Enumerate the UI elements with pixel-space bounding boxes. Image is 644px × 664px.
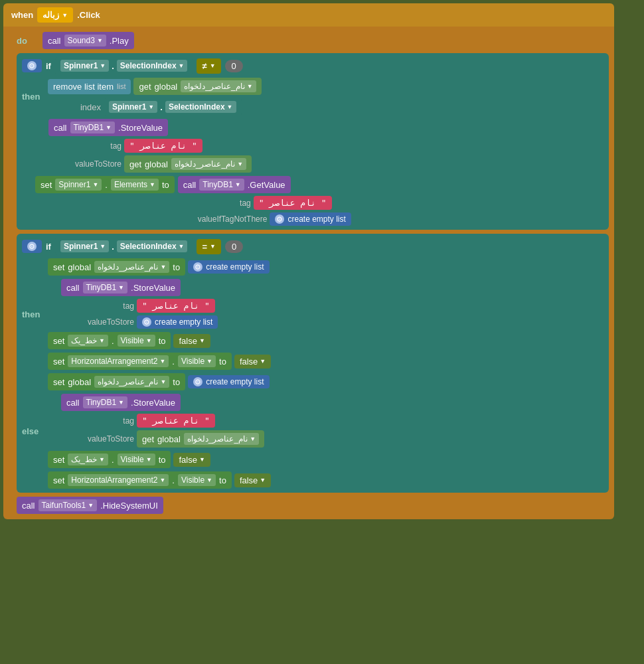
call-sound-block[interactable]: call Sound3 .Play <box>42 32 134 49</box>
gear-icon-list3: ⚙ <box>142 317 151 327</box>
else-row: else set global نام_عناصر_دلخواه to ⚙ <box>22 373 604 489</box>
varname-dd5[interactable]: نام_عناصر_دلخواه <box>184 433 259 445</box>
spinner1-dd3[interactable]: Spinner1 <box>55 179 102 191</box>
if1-label: if <box>46 61 51 71</box>
val0-block: 0 <box>225 60 243 72</box>
call-taifun-row: call TaifunTools1 .HideSystemUI <box>17 497 609 514</box>
set-elements-row: set Spinner1 . Elements to call TinyDB1 … <box>35 176 604 226</box>
if2-label: if <box>46 242 51 252</box>
gear-icon-list4: ⚙ <box>193 377 202 386</box>
val0-block2: 0 <box>225 240 243 253</box>
do-row: do call Sound3 .Play <box>17 32 609 49</box>
set-elements-block[interactable]: set Spinner1 . Elements to <box>35 176 175 193</box>
sound3-dropdown[interactable]: Sound3 <box>64 35 106 46</box>
when-label: when <box>11 10 33 20</box>
else-set-visible2[interactable]: set HorizontalArrangement2 . Visible to <box>48 471 232 489</box>
tag-str1: " نام عناصر " <box>124 139 202 153</box>
remove-row: remove list item list get global نام_عنا… <box>48 78 262 95</box>
spinner1-sel-block[interactable]: Spinner1 . SelectionIndex <box>55 57 193 74</box>
elements-dd[interactable]: Elements <box>111 179 159 191</box>
get-global2[interactable]: get global نام_عناصر_دلخواه <box>124 155 252 173</box>
call-store2[interactable]: call TinyDB1 .StoreValue <box>61 279 181 296</box>
create-list3[interactable]: ⚙ create empty list <box>137 315 218 329</box>
tag-str3: " نام عناصر " <box>137 299 215 313</box>
create-list2[interactable]: ⚙ create empty list <box>188 260 269 274</box>
index-row: index Spinner1 . SelectionIndex <box>68 98 262 116</box>
call-store2-block: call TinyDB1 .StoreValue tag " نام عناصر… <box>61 279 271 329</box>
false-block2[interactable]: false ▼ <box>234 355 271 369</box>
tinydb1-dd2[interactable]: TinyDB1 <box>199 179 244 191</box>
else-set-visible1[interactable]: set خط_یک . Visible to <box>48 451 171 468</box>
call-store1-block: call TinyDB1 .StoreValue tag " نام عناصر… <box>48 119 604 173</box>
tag-str2: " نام عناصر " <box>254 196 332 210</box>
create-list4[interactable]: ⚙ create empty list <box>188 375 269 388</box>
event-label: .Click <box>77 10 100 20</box>
call-getvalue[interactable]: call TinyDB1 .GetValue <box>178 176 291 193</box>
else-label: else <box>22 426 45 436</box>
else-store-call[interactable]: call TinyDB1 .StoreValue <box>61 394 181 411</box>
set-visible2[interactable]: set HorizontalArrangement2 . Visible to <box>48 353 232 370</box>
when-header: when زباله ▼ .Click <box>3 3 614 27</box>
then2-label: then <box>22 309 45 319</box>
else-get-global[interactable]: get global نام_عناصر_دلخواه <box>137 430 264 448</box>
varname-dd1[interactable]: نام_عناصر_دلخواه <box>181 80 256 92</box>
when-block: when زباله ▼ .Click do call Sound3 .Play <box>3 3 614 519</box>
get-value-block: call TinyDB1 .GetValue tag " نام عناصر "… <box>178 176 351 226</box>
spinner2-dd[interactable]: Spinner1 <box>60 240 109 252</box>
if1-header: ⚙ if Spinner1 . SelectionIndex ≠ ▼ 0 <box>22 57 604 74</box>
then1-body: remove list item list get global نام_عنا… <box>48 78 262 116</box>
ha2-dd1[interactable]: HorizontalArrangement2 <box>68 355 169 367</box>
spinner1-dd[interactable]: Spinner1 <box>60 60 109 72</box>
then2-row: then set global نام_عناصر_دلخواه to ⚙ <box>22 258 604 370</box>
tinydb1-dd4[interactable]: TinyDB1 <box>83 396 128 408</box>
sel-index-dd3[interactable]: SelectionIndex <box>117 240 188 252</box>
else-set-global[interactable]: set global نام_عناصر_دلخواه to <box>48 373 185 390</box>
gear-icon-list2: ⚙ <box>193 262 202 272</box>
tinydb1-dd3[interactable]: TinyDB1 <box>83 282 128 293</box>
tag-str4: " نام عناصر " <box>137 414 215 428</box>
else-store-block: call TinyDB1 .StoreValue tag " نام عناصر… <box>61 394 271 448</box>
set-global2[interactable]: set global نام_عناصر_دلخواه to <box>48 258 185 276</box>
spinner2-sel-block[interactable]: Spinner1 . SelectionIndex <box>55 238 193 255</box>
spinner1-dd2[interactable]: Spinner1 <box>109 101 157 113</box>
remove-block[interactable]: remove list item list <box>48 79 131 94</box>
call-taifun[interactable]: call TaifunTools1 .HideSystemUI <box>17 497 163 514</box>
varname-dd3[interactable]: نام_عناصر_دلخواه <box>94 261 169 273</box>
gear-icon: ⚙ <box>27 61 37 70</box>
visible-dd4[interactable]: Visible <box>178 474 216 486</box>
taifun-dd[interactable]: TaifunTools1 <box>39 499 98 511</box>
then2-body: set global نام_عناصر_دلخواه to ⚙ create … <box>48 258 271 370</box>
sel-index-dd[interactable]: SelectionIndex <box>117 60 188 72</box>
create-list1[interactable]: ⚙ create empty list <box>270 212 351 226</box>
set-visible1[interactable]: set خط_یک . Visible to <box>48 332 171 349</box>
varname-dd4[interactable]: نام_عناصر_دلخواه <box>94 376 169 388</box>
gear2[interactable]: ⚙ <box>22 240 42 253</box>
khat-dd2[interactable]: خط_یک <box>68 454 108 465</box>
do-label: do <box>17 36 40 46</box>
gear1[interactable]: ⚙ <box>22 59 42 72</box>
sel-index-dd2[interactable]: SelectionIndex <box>165 101 236 113</box>
visible-dd2[interactable]: Visible <box>178 355 216 367</box>
then1-row: then remove list item list get global نا <box>22 78 604 116</box>
ha2-dd2[interactable]: HorizontalArrangement2 <box>68 474 169 486</box>
then1-label: then <box>22 92 45 102</box>
component-block[interactable]: زباله ▼ <box>37 7 73 23</box>
false-block1[interactable]: false ▼ <box>173 334 210 348</box>
varname-dd2[interactable]: نام_عناصر_دلخواه <box>171 158 246 170</box>
visible-dd3[interactable]: Visible <box>118 454 155 465</box>
neq-block[interactable]: ≠ ▼ <box>197 58 220 74</box>
false-block4[interactable]: false ▼ <box>234 473 271 487</box>
if1-container: ⚙ if Spinner1 . SelectionIndex ≠ ▼ 0 <box>17 53 609 230</box>
false-block3[interactable]: false ▼ <box>173 453 210 467</box>
eq-block[interactable]: = ▼ <box>197 239 221 254</box>
tinydb1-dd1[interactable]: TinyDB1 <box>70 122 116 133</box>
khat-dd1[interactable]: خط_یک <box>68 335 108 347</box>
if2-header: ⚙ if Spinner1 . SelectionIndex = ▼ 0 <box>22 238 604 255</box>
else-body: set global نام_عناصر_دلخواه to ⚙ create … <box>48 373 271 489</box>
spinner1-sel2[interactable]: Spinner1 . SelectionIndex <box>104 98 242 116</box>
call-store1[interactable]: call TinyDB1 .StoreValue <box>48 119 168 136</box>
get-global-block[interactable]: get global نام_عناصر_دلخواه <box>133 78 261 95</box>
visible-dd1[interactable]: Visible <box>118 335 155 347</box>
do-body: do call Sound3 .Play ⚙ if Spinner1 <box>3 27 614 519</box>
gear-icon-list1: ⚙ <box>275 214 284 224</box>
